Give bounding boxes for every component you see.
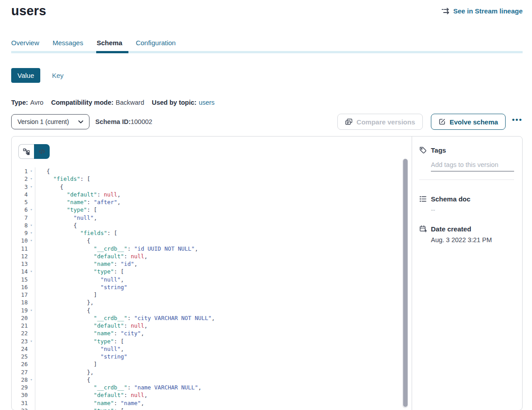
compatibility-label: Compatibility mode: [51, 99, 113, 106]
date-created-title: Date created [431, 225, 471, 233]
code-line: 17 ] [12, 291, 412, 299]
line-number: 4 [12, 191, 28, 198]
code-line: 28▾ { [12, 376, 412, 384]
code-text: "name": "name", [35, 399, 144, 407]
line-number: 6 [12, 206, 28, 214]
tags-input[interactable] [431, 160, 514, 171]
fold-toggle-icon[interactable]: ▾ [28, 229, 35, 237]
fold-gutter [28, 198, 35, 206]
line-number: 3 [12, 183, 28, 191]
line-number: 28 [12, 376, 28, 384]
version-select[interactable]: Version 1 (current) [11, 114, 89, 129]
code-text: "fields": [ [35, 175, 90, 183]
fold-gutter [28, 283, 35, 291]
sidebar-divider [419, 179, 514, 180]
stream-lineage-link[interactable]: See in Stream lineage [442, 7, 523, 15]
tab-configuration[interactable]: Configuration [136, 39, 175, 51]
fold-toggle-icon[interactable]: ▾ [28, 268, 35, 275]
chevron-down-icon [78, 120, 83, 124]
code-line: 7 "null", [12, 214, 412, 222]
topic-link[interactable]: users [199, 99, 214, 106]
compare-versions-label: Compare versions [357, 118, 415, 126]
code-line: 11 "__crdb__": "id UUID NOT NULL", [12, 245, 412, 252]
evolve-schema-button[interactable]: Evolve schema [431, 114, 506, 130]
code-text: "string" [35, 353, 128, 360]
line-number: 5 [12, 198, 28, 206]
code-line: 10▾ { [12, 237, 412, 244]
schema-panel: 1▾{2▾ "fields": [3▾ {4 "default": null,5… [11, 136, 523, 410]
code-line: 13 "name": "id", [12, 260, 412, 268]
code-text: "type": [ [35, 337, 124, 345]
code-text: "null", [35, 345, 124, 353]
fold-gutter [28, 299, 35, 306]
code-line: 31 "name": "name", [12, 399, 412, 407]
code-text: "type": [ [35, 206, 97, 214]
fold-gutter [28, 245, 35, 252]
tab-schema[interactable]: Schema [97, 39, 123, 51]
more-actions-button[interactable]: ••• [512, 118, 523, 126]
version-bar: Version 1 (current) Schema ID:100002 C [11, 114, 523, 130]
fold-toggle-icon[interactable]: ▾ [28, 206, 35, 214]
code-line: 4 "default": null, [12, 191, 412, 198]
code-text: { [35, 167, 50, 175]
code-line: 22 "name": "city", [12, 329, 412, 337]
code-line: 20 "__crdb__": "city VARCHAR NOT NULL", [12, 314, 412, 322]
fold-toggle-icon[interactable]: ▾ [28, 222, 35, 229]
tab-messages[interactable]: Messages [53, 39, 83, 51]
fold-toggle-icon[interactable]: ▾ [28, 337, 35, 345]
line-number: 17 [12, 291, 28, 299]
date-created-value: Aug. 3 2022 3:21 PM [431, 236, 514, 243]
fold-toggle-icon[interactable]: ▾ [28, 307, 35, 314]
code-text: "name": "after", [35, 198, 121, 206]
code-text: "name": "id", [35, 260, 137, 268]
code-editor-lines: 1▾{2▾ "fields": [3▾ {4 "default": null,5… [12, 167, 412, 410]
evolve-schema-label: Evolve schema [450, 118, 498, 126]
line-number: 14 [12, 268, 28, 275]
fold-gutter [28, 191, 35, 198]
tree-view-toggle[interactable] [18, 144, 34, 159]
code-view-toggle[interactable] [34, 144, 50, 159]
line-number: 22 [12, 329, 28, 337]
code-line: 6▾ "type": [ [12, 206, 412, 214]
code-line: 21 "default": null, [12, 322, 412, 329]
fold-gutter [28, 322, 35, 329]
type-label: Type: [11, 99, 28, 106]
stream-lineage-label: See in Stream lineage [453, 7, 523, 15]
calendar-plus-icon [419, 225, 427, 233]
code-line: 26 ] [12, 360, 412, 368]
editor-scrollbar-thumb[interactable] [403, 159, 408, 407]
line-number: 27 [12, 368, 28, 376]
value-toggle-button[interactable]: Value [11, 68, 40, 83]
code-text: "default": null, [35, 252, 148, 260]
fold-toggle-icon[interactable]: ▾ [28, 175, 35, 183]
line-number: 26 [12, 360, 28, 368]
fold-toggle-icon[interactable]: ▾ [28, 167, 35, 175]
code-text: ] [35, 360, 97, 368]
type-value: Avro [30, 99, 44, 106]
fold-toggle-icon[interactable]: ▾ [28, 376, 35, 384]
fold-gutter [28, 252, 35, 260]
code-line: 29 "__crdb__": "name VARCHAR NULL", [12, 384, 412, 391]
editor-scrollbar-track [402, 158, 408, 408]
code-view-icon [38, 149, 45, 154]
tab-overview[interactable]: Overview [11, 39, 39, 51]
tags-section-header: Tags [419, 146, 514, 154]
fold-gutter [28, 276, 35, 283]
fold-toggle-icon[interactable]: ▾ [28, 183, 35, 191]
fold-gutter [28, 345, 35, 353]
code-line: 3▾ { [12, 183, 412, 191]
fold-toggle-icon[interactable]: ▾ [28, 407, 35, 410]
code-text: "fields": [ [35, 229, 117, 237]
code-text: "null", [35, 214, 97, 222]
compare-versions-button[interactable]: Compare versions [337, 114, 423, 130]
fold-toggle-icon[interactable]: ▾ [28, 237, 35, 244]
code-text: "default": null, [35, 322, 148, 329]
key-toggle-button[interactable]: Key [52, 72, 64, 79]
code-line: 2▾ "fields": [ [12, 175, 412, 183]
code-line: 15 "null", [12, 276, 412, 283]
line-number: 10 [12, 237, 28, 244]
code-editor[interactable]: 1▾{2▾ "fields": [3▾ {4 "default": null,5… [12, 167, 412, 410]
list-icon [419, 195, 427, 203]
line-number: 20 [12, 314, 28, 322]
schema-id: Schema ID:100002 [95, 118, 152, 125]
